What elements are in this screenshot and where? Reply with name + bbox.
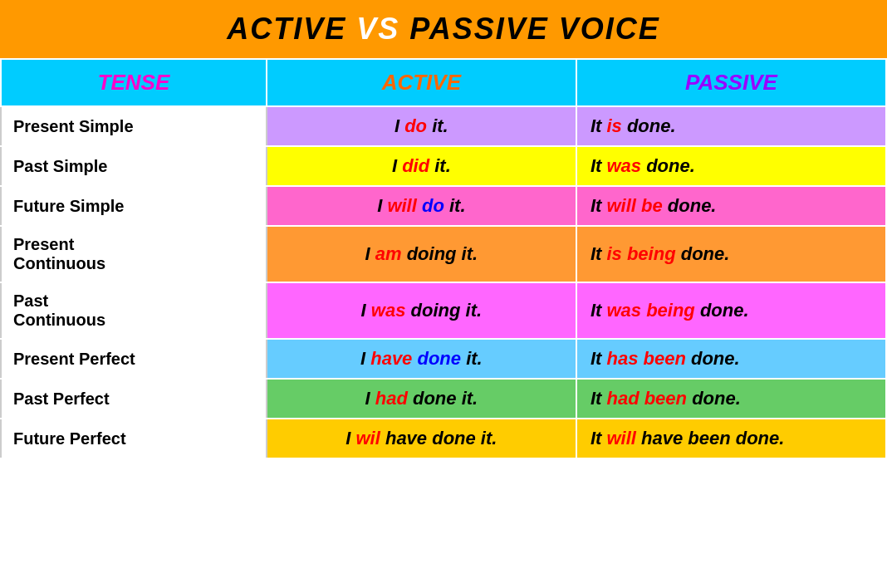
passive-cell: It is being done. <box>576 226 886 282</box>
table-header-row: TENSE ACTIVE PASSIVE <box>1 59 886 106</box>
passive-cell: It will have been done. <box>576 419 886 458</box>
passive-cell: It is done. <box>576 106 886 146</box>
passive-cell: It was being done. <box>576 282 886 339</box>
table-row: Past SimpleI did it.It was done. <box>1 146 886 186</box>
table-row: PastContinuousI was doing it.It was bein… <box>1 282 886 339</box>
active-cell: I do it. <box>267 106 576 146</box>
active-cell: I will do it. <box>267 186 576 226</box>
tense-cell: Past Perfect <box>1 379 267 419</box>
page-title: ACTIVE VS PASSIVE VOICE <box>8 12 879 47</box>
table-row: Present PerfectI have done it.It has bee… <box>1 339 886 379</box>
tense-cell: Present Perfect <box>1 339 267 379</box>
passive-column-header: PASSIVE <box>576 59 886 106</box>
tense-cell: PresentContinuous <box>1 226 267 282</box>
active-cell: I am doing it. <box>267 226 576 282</box>
title-prefix: ACTIVE <box>227 12 356 46</box>
table-row: PresentContinuousI am doing it.It is bei… <box>1 226 886 282</box>
title-suffix: PASSIVE VOICE <box>399 12 659 46</box>
tense-cell: PastContinuous <box>1 282 267 339</box>
active-cell: I was doing it. <box>267 282 576 339</box>
table-row: Future PerfectI wil have done it.It will… <box>1 419 886 458</box>
title-vs: VS <box>356 12 399 46</box>
passive-cell: It will be done. <box>576 186 886 226</box>
active-column-header: ACTIVE <box>267 59 576 106</box>
table-row: Present SimpleI do it.It is done. <box>1 106 886 146</box>
title-bar: ACTIVE VS PASSIVE VOICE <box>0 0 887 58</box>
grammar-table: TENSE ACTIVE PASSIVE Present SimpleI do … <box>0 58 887 459</box>
passive-cell: It has been done. <box>576 339 886 379</box>
active-cell: I have done it. <box>267 339 576 379</box>
passive-cell: It had been done. <box>576 379 886 419</box>
active-cell: I wil have done it. <box>267 419 576 458</box>
tense-column-header: TENSE <box>1 59 267 106</box>
table-row: Future SimpleI will do it.It will be don… <box>1 186 886 226</box>
tense-cell: Future Perfect <box>1 419 267 458</box>
tense-cell: Future Simple <box>1 186 267 226</box>
passive-cell: It was done. <box>576 146 886 186</box>
tense-cell: Past Simple <box>1 146 267 186</box>
tense-cell: Present Simple <box>1 106 267 146</box>
active-cell: I had done it. <box>267 379 576 419</box>
table-row: Past PerfectI had done it.It had been do… <box>1 379 886 419</box>
main-wrapper: ACTIVE VS PASSIVE VOICE TENSE ACTIVE PAS… <box>0 0 887 459</box>
active-cell: I did it. <box>267 146 576 186</box>
